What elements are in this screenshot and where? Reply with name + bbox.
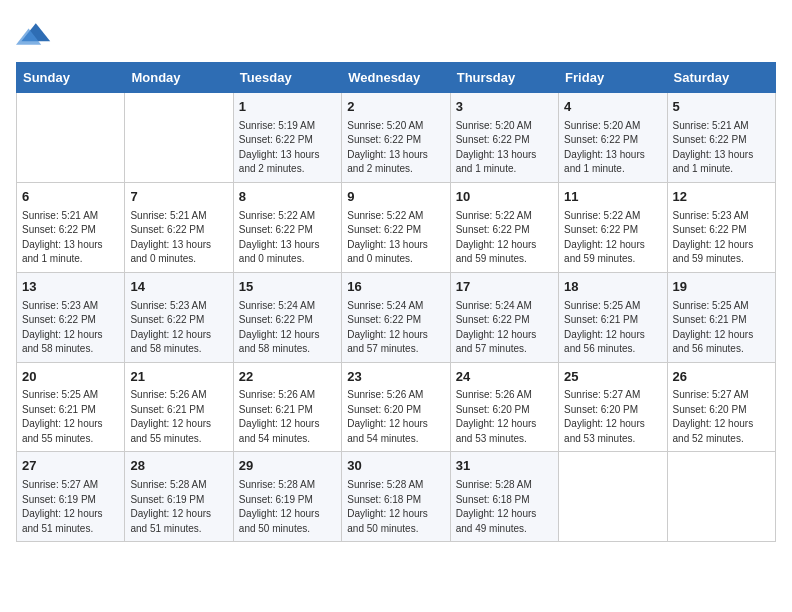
day-detail: Sunrise: 5:27 AM Sunset: 6:20 PM Dayligh… [564, 388, 661, 446]
day-number: 20 [22, 368, 119, 387]
day-number: 21 [130, 368, 227, 387]
day-number: 31 [456, 457, 553, 476]
day-detail: Sunrise: 5:20 AM Sunset: 6:22 PM Dayligh… [347, 119, 444, 177]
calendar-cell: 28Sunrise: 5:28 AM Sunset: 6:19 PM Dayli… [125, 452, 233, 542]
calendar-cell: 3Sunrise: 5:20 AM Sunset: 6:22 PM Daylig… [450, 93, 558, 183]
calendar-cell: 10Sunrise: 5:22 AM Sunset: 6:22 PM Dayli… [450, 182, 558, 272]
day-number: 30 [347, 457, 444, 476]
calendar-cell: 12Sunrise: 5:23 AM Sunset: 6:22 PM Dayli… [667, 182, 775, 272]
day-detail: Sunrise: 5:26 AM Sunset: 6:21 PM Dayligh… [130, 388, 227, 446]
day-detail: Sunrise: 5:25 AM Sunset: 6:21 PM Dayligh… [564, 299, 661, 357]
calendar-cell: 20Sunrise: 5:25 AM Sunset: 6:21 PM Dayli… [17, 362, 125, 452]
calendar-cell: 23Sunrise: 5:26 AM Sunset: 6:20 PM Dayli… [342, 362, 450, 452]
logo [16, 16, 54, 52]
calendar-cell: 26Sunrise: 5:27 AM Sunset: 6:20 PM Dayli… [667, 362, 775, 452]
day-detail: Sunrise: 5:20 AM Sunset: 6:22 PM Dayligh… [456, 119, 553, 177]
calendar-cell [559, 452, 667, 542]
day-number: 29 [239, 457, 336, 476]
day-number: 28 [130, 457, 227, 476]
day-number: 19 [673, 278, 770, 297]
weekday-header: Wednesday [342, 63, 450, 93]
day-number: 7 [130, 188, 227, 207]
day-detail: Sunrise: 5:25 AM Sunset: 6:21 PM Dayligh… [673, 299, 770, 357]
calendar-cell: 9Sunrise: 5:22 AM Sunset: 6:22 PM Daylig… [342, 182, 450, 272]
calendar-cell: 8Sunrise: 5:22 AM Sunset: 6:22 PM Daylig… [233, 182, 341, 272]
calendar-cell [667, 452, 775, 542]
weekday-header: Tuesday [233, 63, 341, 93]
day-detail: Sunrise: 5:28 AM Sunset: 6:19 PM Dayligh… [239, 478, 336, 536]
day-number: 15 [239, 278, 336, 297]
day-number: 9 [347, 188, 444, 207]
calendar-cell: 16Sunrise: 5:24 AM Sunset: 6:22 PM Dayli… [342, 272, 450, 362]
calendar-cell: 1Sunrise: 5:19 AM Sunset: 6:22 PM Daylig… [233, 93, 341, 183]
day-detail: Sunrise: 5:23 AM Sunset: 6:22 PM Dayligh… [130, 299, 227, 357]
day-number: 24 [456, 368, 553, 387]
day-number: 26 [673, 368, 770, 387]
calendar-cell: 24Sunrise: 5:26 AM Sunset: 6:20 PM Dayli… [450, 362, 558, 452]
calendar-cell: 14Sunrise: 5:23 AM Sunset: 6:22 PM Dayli… [125, 272, 233, 362]
day-number: 6 [22, 188, 119, 207]
calendar-week-row: 20Sunrise: 5:25 AM Sunset: 6:21 PM Dayli… [17, 362, 776, 452]
day-number: 1 [239, 98, 336, 117]
calendar-cell: 25Sunrise: 5:27 AM Sunset: 6:20 PM Dayli… [559, 362, 667, 452]
calendar-cell: 19Sunrise: 5:25 AM Sunset: 6:21 PM Dayli… [667, 272, 775, 362]
day-number: 17 [456, 278, 553, 297]
day-number: 4 [564, 98, 661, 117]
calendar-cell: 2Sunrise: 5:20 AM Sunset: 6:22 PM Daylig… [342, 93, 450, 183]
calendar-cell: 17Sunrise: 5:24 AM Sunset: 6:22 PM Dayli… [450, 272, 558, 362]
calendar-week-row: 6Sunrise: 5:21 AM Sunset: 6:22 PM Daylig… [17, 182, 776, 272]
calendar-cell: 11Sunrise: 5:22 AM Sunset: 6:22 PM Dayli… [559, 182, 667, 272]
day-number: 22 [239, 368, 336, 387]
day-number: 2 [347, 98, 444, 117]
calendar-cell: 27Sunrise: 5:27 AM Sunset: 6:19 PM Dayli… [17, 452, 125, 542]
calendar-cell: 30Sunrise: 5:28 AM Sunset: 6:18 PM Dayli… [342, 452, 450, 542]
day-number: 13 [22, 278, 119, 297]
day-detail: Sunrise: 5:28 AM Sunset: 6:19 PM Dayligh… [130, 478, 227, 536]
calendar-cell: 4Sunrise: 5:20 AM Sunset: 6:22 PM Daylig… [559, 93, 667, 183]
logo-icon [16, 16, 52, 52]
weekday-header: Monday [125, 63, 233, 93]
day-detail: Sunrise: 5:28 AM Sunset: 6:18 PM Dayligh… [456, 478, 553, 536]
calendar-table: SundayMondayTuesdayWednesdayThursdayFrid… [16, 62, 776, 542]
calendar-cell: 18Sunrise: 5:25 AM Sunset: 6:21 PM Dayli… [559, 272, 667, 362]
calendar-cell: 29Sunrise: 5:28 AM Sunset: 6:19 PM Dayli… [233, 452, 341, 542]
day-detail: Sunrise: 5:23 AM Sunset: 6:22 PM Dayligh… [673, 209, 770, 267]
day-number: 25 [564, 368, 661, 387]
day-detail: Sunrise: 5:22 AM Sunset: 6:22 PM Dayligh… [456, 209, 553, 267]
day-detail: Sunrise: 5:24 AM Sunset: 6:22 PM Dayligh… [239, 299, 336, 357]
day-detail: Sunrise: 5:22 AM Sunset: 6:22 PM Dayligh… [564, 209, 661, 267]
day-detail: Sunrise: 5:20 AM Sunset: 6:22 PM Dayligh… [564, 119, 661, 177]
day-detail: Sunrise: 5:26 AM Sunset: 6:20 PM Dayligh… [456, 388, 553, 446]
day-detail: Sunrise: 5:21 AM Sunset: 6:22 PM Dayligh… [130, 209, 227, 267]
day-number: 18 [564, 278, 661, 297]
day-detail: Sunrise: 5:19 AM Sunset: 6:22 PM Dayligh… [239, 119, 336, 177]
day-number: 27 [22, 457, 119, 476]
weekday-header: Sunday [17, 63, 125, 93]
day-detail: Sunrise: 5:21 AM Sunset: 6:22 PM Dayligh… [673, 119, 770, 177]
day-detail: Sunrise: 5:22 AM Sunset: 6:22 PM Dayligh… [239, 209, 336, 267]
day-number: 5 [673, 98, 770, 117]
day-number: 16 [347, 278, 444, 297]
calendar-cell: 21Sunrise: 5:26 AM Sunset: 6:21 PM Dayli… [125, 362, 233, 452]
day-detail: Sunrise: 5:26 AM Sunset: 6:20 PM Dayligh… [347, 388, 444, 446]
page-header [16, 16, 776, 52]
day-detail: Sunrise: 5:21 AM Sunset: 6:22 PM Dayligh… [22, 209, 119, 267]
day-detail: Sunrise: 5:22 AM Sunset: 6:22 PM Dayligh… [347, 209, 444, 267]
weekday-header: Saturday [667, 63, 775, 93]
weekday-header: Friday [559, 63, 667, 93]
calendar-cell: 5Sunrise: 5:21 AM Sunset: 6:22 PM Daylig… [667, 93, 775, 183]
day-number: 8 [239, 188, 336, 207]
calendar-week-row: 1Sunrise: 5:19 AM Sunset: 6:22 PM Daylig… [17, 93, 776, 183]
calendar-cell: 31Sunrise: 5:28 AM Sunset: 6:18 PM Dayli… [450, 452, 558, 542]
day-detail: Sunrise: 5:24 AM Sunset: 6:22 PM Dayligh… [456, 299, 553, 357]
day-detail: Sunrise: 5:23 AM Sunset: 6:22 PM Dayligh… [22, 299, 119, 357]
day-number: 23 [347, 368, 444, 387]
day-detail: Sunrise: 5:24 AM Sunset: 6:22 PM Dayligh… [347, 299, 444, 357]
day-detail: Sunrise: 5:27 AM Sunset: 6:19 PM Dayligh… [22, 478, 119, 536]
day-detail: Sunrise: 5:26 AM Sunset: 6:21 PM Dayligh… [239, 388, 336, 446]
calendar-cell [17, 93, 125, 183]
calendar-cell: 22Sunrise: 5:26 AM Sunset: 6:21 PM Dayli… [233, 362, 341, 452]
day-number: 12 [673, 188, 770, 207]
calendar-cell: 13Sunrise: 5:23 AM Sunset: 6:22 PM Dayli… [17, 272, 125, 362]
calendar-cell: 6Sunrise: 5:21 AM Sunset: 6:22 PM Daylig… [17, 182, 125, 272]
